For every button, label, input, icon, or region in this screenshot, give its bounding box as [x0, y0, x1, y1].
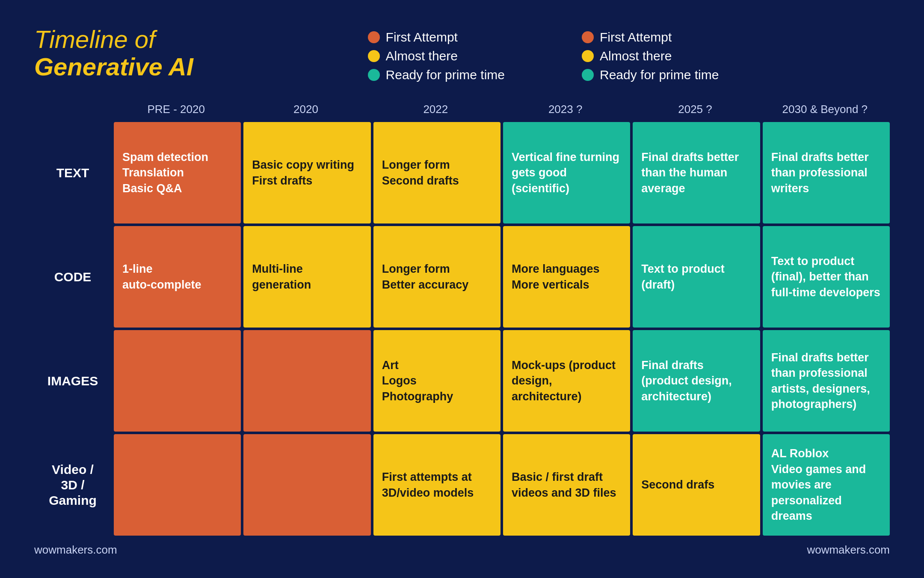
table-cell: Mock-ups (product design, architecture): [503, 330, 630, 432]
table-cell: Vertical fine turning gets good (scienti…: [503, 122, 630, 223]
col-header: 2030 & Beyond ?: [760, 99, 890, 119]
legend-right: First AttemptAlmost thereReady for prime…: [582, 26, 719, 82]
col-header: 2025 ?: [630, 99, 760, 119]
legend-dot: [582, 50, 594, 62]
footer: wowmakers.com wowmakers.com: [34, 536, 890, 557]
table-wrapper: PRE - 2020202020222023 ?2025 ?2030 & Bey…: [34, 99, 890, 536]
legend-dot: [368, 31, 380, 43]
table-cell: Spam detection Translation Basic Q&A: [114, 122, 241, 223]
col-headers: PRE - 2020202020222023 ?2025 ?2030 & Bey…: [34, 99, 890, 119]
table-cell: Multi-line generation: [243, 226, 370, 328]
legend-item: First Attempt: [368, 30, 505, 45]
col-header: 2020: [241, 99, 370, 119]
table-cell: [114, 434, 241, 536]
legend-label: Almost there: [386, 49, 458, 63]
table-cell: More languages More verticals: [503, 226, 630, 328]
legend-label: Ready for prime time: [386, 68, 505, 82]
col-header-empty: [34, 99, 111, 119]
legend-dot: [368, 50, 380, 62]
legend-item: First Attempt: [582, 30, 719, 45]
table-cell: Final drafts (product design, architectu…: [633, 330, 760, 432]
legend-dot: [368, 69, 380, 81]
table-cell: Second drafs: [633, 434, 760, 536]
col-header: 2022: [371, 99, 500, 119]
table-cell: 1-line auto-complete: [114, 226, 241, 328]
table-cell: First attempts at 3D/video models: [373, 434, 500, 536]
table-cell: [243, 434, 370, 536]
table-cell: Final drafts better than professional ar…: [763, 330, 890, 432]
title-block: Timeline of Generative AI: [34, 26, 197, 80]
row-label: Video / 3D / Gaming: [34, 434, 111, 536]
title-line1: Timeline of: [34, 26, 197, 53]
footer-right: wowmakers.com: [807, 543, 890, 557]
table-cell: [243, 330, 370, 432]
table-cell: Art Logos Photography: [373, 330, 500, 432]
legend-left: First AttemptAlmost thereReady for prime…: [368, 26, 505, 82]
header: Timeline of Generative AI First AttemptA…: [34, 26, 890, 82]
legends-wrapper: First AttemptAlmost thereReady for prime…: [197, 26, 890, 82]
table-row: CODE1-line auto-completeMulti-line gener…: [34, 226, 890, 328]
legend-label: Almost there: [600, 49, 672, 63]
row-label: CODE: [34, 226, 111, 328]
page: Timeline of Generative AI First AttemptA…: [0, 0, 924, 578]
table-row: Video / 3D / GamingFirst attempts at 3D/…: [34, 434, 890, 536]
col-header: 2023 ?: [500, 99, 630, 119]
legend-item: Ready for prime time: [368, 68, 505, 82]
table-cell: Final drafts better than professional wr…: [763, 122, 890, 223]
table-row: TEXTSpam detection Translation Basic Q&A…: [34, 122, 890, 223]
legend-dot: [582, 31, 594, 43]
legend-item: Almost there: [582, 49, 719, 63]
row-label: TEXT: [34, 122, 111, 223]
table-cell: AL Roblox Video games and movies are per…: [763, 434, 890, 536]
table-cell: [114, 330, 241, 432]
table-cell: Text to product (draft): [633, 226, 760, 328]
legend-dot: [582, 69, 594, 81]
table-cell: Final drafts better than the human avera…: [633, 122, 760, 223]
row-label: IMAGES: [34, 330, 111, 432]
legend-label: First Attempt: [386, 30, 458, 45]
title-line2: Generative AI: [34, 53, 197, 80]
table-cell: Basic / first draft videos and 3D files: [503, 434, 630, 536]
col-header: PRE - 2020: [111, 99, 241, 119]
table-cell: Text to product (final), better than ful…: [763, 226, 890, 328]
table-body: TEXTSpam detection Translation Basic Q&A…: [34, 122, 890, 536]
table-cell: Longer form Second drafts: [373, 122, 500, 223]
table-cell: Longer form Better accuracy: [373, 226, 500, 328]
legend-item: Ready for prime time: [582, 68, 719, 82]
footer-left: wowmakers.com: [34, 543, 117, 557]
legend-item: Almost there: [368, 49, 505, 63]
table-cell: Basic copy writing First drafts: [243, 122, 370, 223]
legend-label: First Attempt: [600, 30, 672, 45]
legend-label: Ready for prime time: [600, 68, 719, 82]
table-row: IMAGESArt Logos PhotographyMock-ups (pro…: [34, 330, 890, 432]
